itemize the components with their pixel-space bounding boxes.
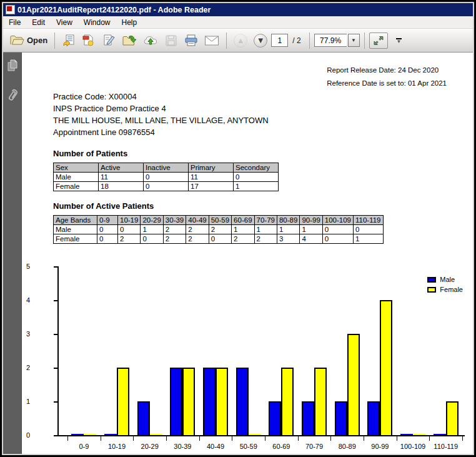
table-header-cell: 10-19 (118, 216, 141, 225)
table-cell: 0 (234, 173, 279, 182)
pdf-page[interactable]: Report Release Date: 24 Dec 2020 Referen… (22, 53, 473, 454)
table-cell: Female (54, 182, 99, 191)
practice-info: Practice Code: X00004INPS Practice Demo … (53, 91, 269, 138)
practice-line-3: Appointment Line 09876554 (53, 126, 269, 138)
y-axis-tick (54, 368, 57, 369)
open-button-label: Open (27, 36, 47, 45)
page-count-label: / 2 (292, 36, 300, 45)
bar-female-0-9 (84, 434, 96, 435)
bar-group-20-29: 20-29 (133, 266, 166, 435)
menu-file[interactable]: File (3, 17, 26, 28)
page-number-input[interactable]: 1 (271, 34, 288, 47)
bar-group-0-9: 0-9 (67, 266, 101, 435)
y-axis-label: 5 (22, 263, 30, 270)
table-cell: 18 (99, 182, 144, 191)
bar-male-80-89 (335, 401, 347, 435)
previous-view-document-icon (62, 34, 76, 48)
fit-window-button[interactable] (369, 33, 388, 49)
y-axis-tick (54, 435, 57, 436)
toolbar: Open (3, 29, 473, 53)
table-cell: 0 (118, 225, 141, 234)
menu-view[interactable]: View (51, 17, 78, 28)
bar-female-10-19 (117, 368, 129, 435)
bar-male-70-79 (302, 401, 314, 435)
create-pdf-button[interactable] (79, 31, 98, 50)
navigation-sidebar (3, 53, 22, 454)
table-cell: 11 (189, 173, 234, 182)
x-axis-tick (265, 436, 265, 441)
next-page-button[interactable]: ▼ (251, 31, 270, 50)
open-folder-icon (9, 34, 24, 46)
y-axis-line (57, 266, 59, 436)
bar-female-40-49 (216, 368, 228, 435)
table-cell: 2 (163, 225, 186, 234)
table-cell: Female (54, 234, 97, 244)
bar-group-30-39: 30-39 (166, 266, 199, 435)
y-axis-label: 1 (22, 398, 30, 405)
table-cell: 4 (300, 234, 322, 244)
bar-female-70-79 (314, 368, 327, 435)
page-up-icon: ▲ (234, 34, 247, 48)
table-cell: 1 (300, 225, 322, 234)
table-cell: 17 (189, 182, 234, 191)
table-header-cell: Active (99, 163, 144, 173)
table-cell: 2 (232, 234, 254, 244)
x-axis-tick (166, 436, 167, 441)
y-axis-tick (54, 334, 57, 335)
zoom-level-input[interactable]: 77.9% (314, 34, 347, 47)
x-axis-label: 80-89 (330, 443, 364, 450)
bar-group-60-69: 60-69 (265, 266, 298, 435)
attachments-button[interactable] (6, 89, 19, 103)
table-cell: 0 (97, 234, 118, 244)
open-button[interactable]: Open (7, 31, 50, 50)
x-axis-tick (364, 436, 364, 441)
bar-female-50-59 (249, 434, 261, 435)
email-button[interactable] (202, 31, 222, 50)
toolbar-separator (226, 33, 227, 49)
upload-cloud-button[interactable] (141, 31, 161, 50)
bar-female-60-69 (281, 368, 294, 435)
menu-help[interactable]: Help (116, 17, 143, 28)
bar-male-10-19 (104, 434, 117, 435)
previous-view-button[interactable] (59, 31, 78, 50)
page-thumbnails-button[interactable] (6, 59, 19, 73)
y-axis-label: 0 (22, 431, 30, 439)
x-axis-label: 90-99 (364, 443, 397, 450)
table-header-cell: Sex (54, 163, 99, 173)
window-title: 01Apr2021AuditReport24122020.pdf - Adobe… (17, 6, 211, 14)
x-axis-tick (101, 436, 101, 441)
sign-document-button[interactable] (99, 31, 118, 50)
table-header-cell: 20-29 (141, 216, 163, 225)
x-axis-tick (397, 436, 397, 441)
practice-line-2: THE MILL HOUSE, MILL LANE, THE VILLAGE, … (53, 114, 269, 126)
bar-female-100-109 (413, 434, 425, 435)
practice-line-0: Practice Code: X00004 (53, 91, 269, 103)
x-axis-tick (199, 436, 200, 441)
x-axis-tick (232, 436, 232, 441)
table-cell: 1 (254, 225, 277, 234)
menu-edit[interactable]: Edit (26, 17, 51, 28)
bar-male-90-99 (367, 401, 380, 435)
export-folder-button[interactable] (119, 31, 139, 50)
toolbar-overflow-button[interactable]: ▼ (394, 37, 404, 44)
table-header-cell: 50-59 (209, 216, 231, 225)
title-bar[interactable]: 01Apr2021AuditReport24122020.pdf - Adobe… (3, 3, 473, 16)
bar-male-40-49 (203, 368, 216, 435)
save-button[interactable] (162, 31, 181, 50)
previous-page-button[interactable]: ▲ (231, 31, 250, 50)
page-thumbnails-icon (6, 59, 19, 73)
bar-group-100-109: 100-109 (397, 266, 430, 435)
active-patients-table-title: Number of Active Patients (53, 201, 154, 211)
zoom-dropdown-button[interactable]: ▼ (348, 34, 360, 47)
menu-bar: FileEditViewWindowHelp (3, 16, 473, 29)
bar-group-10-19: 10-19 (101, 266, 134, 435)
table-row: Female020220223401 (54, 234, 384, 244)
table-header-cell: Inactive (144, 163, 189, 173)
table-cell: 2 (118, 234, 141, 244)
bar-female-90-99 (380, 300, 392, 435)
table-cell: 0 (144, 182, 189, 191)
menu-window[interactable]: Window (78, 17, 116, 28)
chart-legend: MaleFemale (427, 276, 463, 296)
bar-male-20-29 (137, 401, 150, 435)
print-button[interactable] (182, 31, 201, 50)
